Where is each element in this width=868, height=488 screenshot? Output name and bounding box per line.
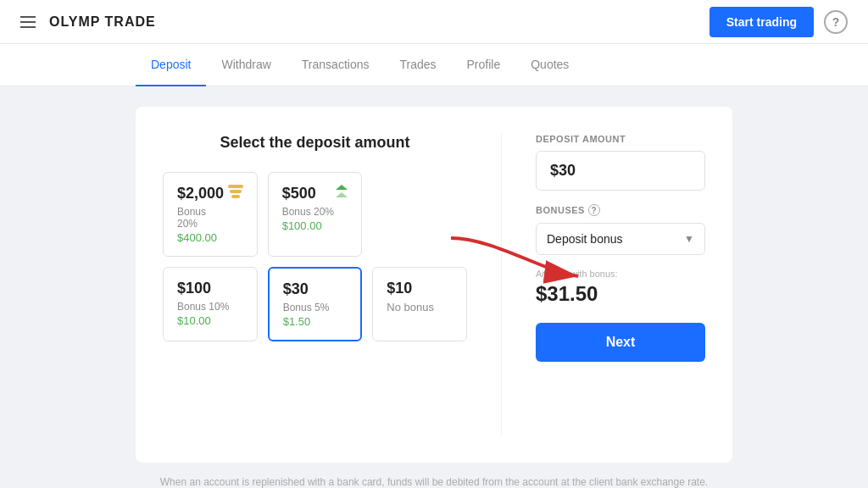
nav-tabs: Deposit Withdraw Transactions Trades Pro…	[0, 44, 868, 86]
tab-trades[interactable]: Trades	[384, 44, 451, 86]
bonus-amount: $10.00	[177, 314, 243, 327]
tab-quotes[interactable]: Quotes	[515, 44, 584, 86]
start-trading-button[interactable]: Start trading	[709, 7, 814, 37]
logo: OLYMP TRADE	[49, 14, 156, 30]
amount-value: $2,000	[177, 185, 228, 202]
bonus-label: Bonus 20%	[282, 206, 334, 218]
amount-card-500[interactable]: $500 Bonus 20% $100.00	[268, 172, 363, 257]
deposit-card: Select the deposit amount $2,000 Bonus 2…	[136, 107, 732, 463]
bonus-amount: $100.00	[282, 219, 334, 232]
amount-value: $100	[177, 280, 243, 297]
bonus-amount: $400.00	[177, 231, 228, 244]
footer-note: When an account is replenished with a ba…	[136, 476, 732, 488]
tab-deposit[interactable]: Deposit	[136, 44, 206, 86]
bonus-type-label: Deposit bonus	[547, 232, 623, 246]
menu-icon[interactable]	[20, 16, 36, 28]
bonus-label: Bonus 20%	[177, 206, 228, 230]
help-icon[interactable]: ?	[824, 10, 848, 34]
deposit-amount-label: DEPOSIT AMOUNT	[536, 134, 705, 144]
amount-card-2000[interactable]: $2,000 Bonus 20% $400.00	[163, 172, 258, 257]
amount-with-bonus-label: Amount with bonus:	[536, 269, 705, 279]
bonuses-label: BONUSES ?	[536, 204, 705, 216]
bonus-amount: $1.50	[283, 315, 348, 328]
info-icon[interactable]: ?	[588, 204, 600, 216]
bars-icon	[228, 185, 243, 198]
bonus-select[interactable]: Deposit bonus ▼	[536, 223, 705, 255]
amount-value: $500	[282, 185, 334, 202]
deposit-amount-input[interactable]	[536, 151, 705, 191]
chevron-icon	[336, 185, 348, 197]
amount-value: $10	[387, 280, 453, 297]
bonus-label: Bonus 5%	[283, 302, 348, 313]
next-button[interactable]: Next	[536, 323, 705, 362]
main-content: Select the deposit amount $2,000 Bonus 2…	[0, 86, 868, 488]
amount-card-10[interactable]: $10 No bonus	[372, 267, 467, 341]
tab-profile[interactable]: Profile	[452, 44, 516, 86]
chevron-down-icon: ▼	[684, 233, 694, 245]
bonus-label: Bonus 10%	[177, 301, 243, 313]
tab-transactions[interactable]: Transactions	[287, 44, 385, 86]
header: OLYMP TRADE Start trading ?	[0, 0, 868, 44]
amount-card-100[interactable]: $100 Bonus 10% $10.00	[163, 267, 258, 341]
amount-with-bonus-value: $31.50	[536, 282, 705, 306]
no-bonus-label: No bonus	[387, 301, 453, 313]
amount-card-30[interactable]: $30 Bonus 5% $1.50	[268, 267, 363, 341]
section-title: Select the deposit amount	[163, 134, 467, 152]
amount-grid: $2,000 Bonus 20% $400.00	[163, 172, 467, 341]
tab-withdraw[interactable]: Withdraw	[206, 44, 286, 86]
amount-value: $30	[283, 280, 348, 298]
